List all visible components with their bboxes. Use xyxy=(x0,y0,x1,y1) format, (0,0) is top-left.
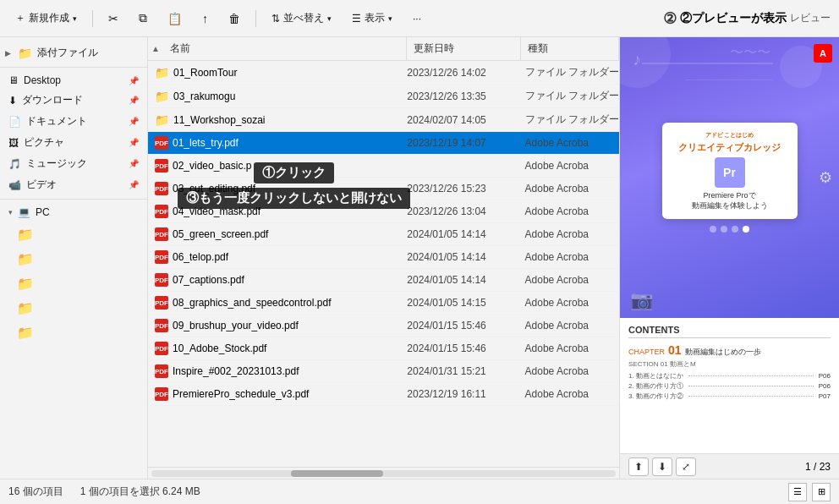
table-row[interactable]: 📁11_Workshop_sozai 2024/02/07 14:05 ファイル… xyxy=(148,108,619,132)
header-date[interactable]: 更新日時 xyxy=(407,37,521,60)
dot-2[interactable] xyxy=(721,226,727,233)
scrollbar-track[interactable] xyxy=(151,470,616,477)
pdf-icon: PDF xyxy=(155,364,168,378)
preview-top: ♪ 〜〜〜 A アドビ ことはじめ クリエイティブカレッジ Pr Premier… xyxy=(620,37,839,318)
sidebar-folder-2[interactable]: 📁 xyxy=(8,248,139,271)
table-row[interactable]: PDF10_Adobe_Stock.pdf 2024/01/15 15:46 A… xyxy=(148,337,619,360)
cell-type-3: Adobe Acroba xyxy=(518,135,619,151)
more-button[interactable]: ··· xyxy=(406,9,428,28)
page-current: 1 xyxy=(805,461,811,473)
cell-type-11: Adobe Acroba xyxy=(518,318,619,333)
sidebar-item-4[interactable]: 🎵ミュージック📌 xyxy=(0,153,147,174)
dropdown-arrow: ▾ xyxy=(73,14,77,23)
table-row[interactable]: PDF06_telop.pdf 2024/01/05 14:14 Adobe A… xyxy=(148,246,619,269)
sidebar-folder-3[interactable]: 📁 xyxy=(8,272,139,295)
section-page-2: P07 xyxy=(819,392,831,400)
table-row[interactable]: PDF03_cut_editing.pdf 2023/12/26 15:23 A… xyxy=(148,178,619,200)
grid-view-button[interactable]: ⊞ xyxy=(812,483,831,501)
scroll-up-btn[interactable]: ▲ xyxy=(148,40,163,58)
table-row[interactable]: PDF07_captions.pdf 2024/01/05 14:14 Adob… xyxy=(148,269,619,292)
table-row[interactable]: PDF08_graphics_and_speedcontrol.pdf 2024… xyxy=(148,292,619,315)
folder-icon-attachment: 📁 xyxy=(18,47,32,60)
preview-nav: ⬆ ⬇ ⤢ 1 / 23 xyxy=(620,453,839,479)
sidebar-item-attachment[interactable]: ▶ 📁 添付ファイル xyxy=(0,42,147,63)
table-row[interactable]: PDFPremierePro_schedule_v3.pdf 2023/12/1… xyxy=(148,383,619,406)
file-area: ▲ 名前 更新日時 種類 📁01_RoomTour 2023/12/26 14:… xyxy=(148,37,619,479)
sidebar-item-5[interactable]: 📹ビデオ📌 xyxy=(0,174,147,195)
cut-button[interactable]: ✂ xyxy=(101,8,125,29)
cell-date-6: 2023/12/26 13:04 xyxy=(400,204,518,219)
sidebar-folder-5[interactable]: 📁 xyxy=(8,321,139,344)
adobe-logo-text: A xyxy=(820,48,826,58)
copy-button[interactable]: ⧉ xyxy=(132,8,154,29)
contents-items: 1. 動画とはなにかP062. 動画の作り方①P063. 動画の作り方②P07 xyxy=(628,371,831,402)
sidebar-folder-1[interactable]: 📁 xyxy=(8,223,139,246)
cell-type-2: ファイル フォルダー xyxy=(518,111,619,129)
filename-14: PremierePro_schedule_v3.pdf xyxy=(173,388,309,400)
zoom-button[interactable]: ⤢ xyxy=(676,457,696,476)
sidebar-item-1[interactable]: ⬇ダウンロード📌 xyxy=(0,90,147,111)
sidebar-label-5: ビデオ xyxy=(26,178,57,192)
sidebar-item-0[interactable]: 🖥Desktop📌 xyxy=(0,71,147,90)
preview-circled-num: ② xyxy=(663,9,677,28)
folder-icon: 📁 xyxy=(155,113,169,127)
deco-line-1 xyxy=(642,63,773,64)
folder-icon: 📁 xyxy=(155,90,169,103)
sort-button[interactable]: ⇅ 並べ替え ▾ xyxy=(265,8,338,29)
header-type[interactable]: 種類 xyxy=(521,37,619,60)
table-row[interactable]: PDF04_video_mask.pdf 2023/12/26 13:04 Ad… xyxy=(148,200,619,223)
cell-name-5: PDF03_cut_editing.pdf xyxy=(148,180,400,197)
cell-name-7: PDF05_green_screen.pdf xyxy=(148,226,400,243)
cell-name-4: PDF02_video_basic.p xyxy=(148,157,400,174)
pin-icon-1[interactable]: 📌 xyxy=(129,96,139,105)
preview-suffix: レビュー xyxy=(790,11,831,25)
attachment-label: 添付ファイル xyxy=(37,46,98,60)
table-row[interactable]: PDFInspire_#002_20231013.pdf 2024/01/31 … xyxy=(148,360,619,383)
dot-1[interactable] xyxy=(710,226,716,233)
cell-type-4: Adobe Acroba xyxy=(518,158,619,173)
cell-name-3: PDF01_lets_try.pdf xyxy=(148,134,400,151)
delete-button[interactable]: 🗑 xyxy=(222,8,247,29)
paste-button[interactable]: 📋 xyxy=(161,8,189,29)
share-button[interactable]: ↑ xyxy=(195,8,215,29)
prev-page-button[interactable]: ⬆ xyxy=(628,457,649,476)
dot-4[interactable] xyxy=(743,226,749,233)
header-name[interactable]: 名前 xyxy=(163,37,407,60)
list-view-button[interactable]: ☰ xyxy=(788,483,807,501)
adobe-logo: A xyxy=(814,44,832,63)
sidebar-folder-4[interactable]: 📁 xyxy=(8,297,139,320)
pin-icon-3[interactable]: 📌 xyxy=(129,138,139,147)
new-button[interactable]: ＋ 新規作成 ▾ xyxy=(8,8,84,29)
table-row[interactable]: PDF09_brushup_your_video.pdf 2024/01/15 … xyxy=(148,315,619,337)
pin-icon-0[interactable]: 📌 xyxy=(129,76,139,85)
next-page-button[interactable]: ⬇ xyxy=(652,457,672,476)
pdf-icon: PDF xyxy=(155,250,168,264)
cell-date-5: 2023/12/26 15:23 xyxy=(400,181,518,196)
table-row[interactable]: 📁03_rakumogu 2023/12/26 13:35 ファイル フォルダー xyxy=(148,85,619,108)
trash-icon: 🗑 xyxy=(228,12,240,25)
table-row[interactable]: PDF02_video_basic.p Adobe Acroba xyxy=(148,155,619,178)
pin-icon-4[interactable]: 📌 xyxy=(129,159,139,168)
table-row[interactable]: PDF01_lets_try.pdf 2023/12/19 14:07 Adob… xyxy=(148,132,619,155)
scrollbar-thumb[interactable] xyxy=(291,470,384,477)
horizontal-scrollbar[interactable] xyxy=(148,467,619,479)
sidebar-item-pc[interactable]: ▾ 💻 PC xyxy=(0,203,147,222)
cell-name-12: PDF10_Adobe_Stock.pdf xyxy=(148,340,400,357)
pin-icon-5[interactable]: 📌 xyxy=(129,180,139,189)
sidebar-attachment-section: ▶ 📁 添付ファイル xyxy=(0,42,147,63)
cut-icon: ✂ xyxy=(108,12,118,25)
folder-icon: 📁 xyxy=(155,66,169,79)
filename-9: 07_captions.pdf xyxy=(173,274,244,286)
pin-icon-2[interactable]: 📌 xyxy=(129,117,139,126)
sort-icon: ⇅ xyxy=(271,13,280,25)
settings-icon[interactable]: ⚙ xyxy=(819,168,832,187)
table-row[interactable]: PDF05_green_screen.pdf 2024/01/05 14:14 … xyxy=(148,223,619,246)
section-dots-0 xyxy=(688,375,814,376)
sidebar-item-2[interactable]: 📄ドキュメント📌 xyxy=(0,111,147,132)
table-row[interactable]: 📁01_RoomTour 2023/12/26 14:02 ファイル フォルダー xyxy=(148,61,619,85)
sidebar-label-4: ミュージック xyxy=(26,156,87,171)
view-button[interactable]: ☰ 表示 ▾ xyxy=(345,8,399,29)
sidebar-item-3[interactable]: 🖼ピクチャ📌 xyxy=(0,132,147,153)
contents-title: CONTENTS xyxy=(628,325,831,338)
dot-3[interactable] xyxy=(732,226,738,233)
